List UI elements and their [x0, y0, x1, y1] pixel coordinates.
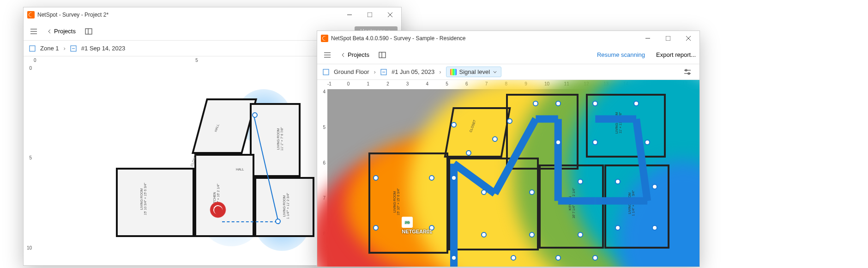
heatmap-view[interactable]: LIVING ROOM 15' 10" × 15' 6 3/4" LIVING … — [327, 89, 699, 267]
svg-rect-1 — [368, 12, 372, 17]
chevron-left-icon — [47, 29, 52, 34]
svg-rect-9 — [30, 46, 35, 51]
scan-point[interactable] — [275, 219, 281, 224]
projects-label: Projects — [54, 28, 76, 35]
svg-line-36 — [636, 119, 647, 201]
svg-rect-13 — [666, 36, 670, 41]
svg-line-31 — [495, 119, 536, 193]
projects-label: Projects — [348, 51, 369, 58]
close-button[interactable] — [678, 31, 699, 46]
scan-point[interactable] — [252, 112, 258, 118]
titlebar[interactable]: NetSpot - Survey - Project 2* — [24, 7, 401, 22]
snapshot-icon — [380, 69, 387, 75]
layout-button[interactable] — [82, 25, 95, 38]
room-label: HALL — [236, 168, 244, 171]
minimize-button[interactable] — [339, 7, 360, 22]
chevron-right-icon: › — [439, 68, 441, 75]
svg-rect-21 — [323, 69, 329, 75]
window-title: NetSpot - Survey - Project 2* — [37, 12, 108, 18]
titlebar[interactable]: NetSpot Beta 4.0.0.590 - Survey - Sample… — [317, 31, 699, 46]
crumb-floor[interactable]: Ground Floor — [334, 68, 369, 75]
resume-scanning-button[interactable]: Resume scanning — [597, 51, 645, 58]
menu-button[interactable] — [321, 49, 334, 61]
room-label: LIVING ROOM 15' 10 3/4" × 15' 6 3/4" — [140, 183, 147, 215]
app-icon — [27, 11, 35, 18]
visualization-label: Signal level — [459, 68, 490, 75]
layout-button[interactable] — [376, 49, 389, 61]
back-projects-button[interactable]: Projects — [44, 26, 78, 37]
adjustments-button[interactable] — [681, 66, 694, 79]
crumb-snapshot[interactable]: #1 Jun 05, 2023 — [392, 68, 434, 75]
svg-line-30 — [454, 164, 495, 193]
maximize-button[interactable] — [360, 7, 380, 22]
window-survey-residence: NetSpot Beta 4.0.0.590 - Survey - Sample… — [317, 30, 700, 267]
floor-icon — [323, 69, 329, 75]
scan-route — [327, 89, 699, 267]
crumb-snapshot[interactable]: #1 Sep 14, 2023 — [81, 45, 125, 52]
chevron-right-icon: › — [63, 45, 65, 52]
ssid-name: NETGEAR01 — [402, 229, 432, 234]
chevron-down-icon — [493, 70, 497, 74]
window-title: NetSpot Beta 4.0.0.590 - Survey - Sample… — [331, 35, 466, 42]
back-projects-button[interactable]: Projects — [338, 49, 372, 60]
zone-icon — [29, 45, 36, 52]
svg-rect-19 — [379, 52, 386, 58]
menu-button[interactable] — [27, 25, 40, 38]
ssid-marker[interactable]: 2G NETGEAR01 — [402, 217, 432, 234]
room-label: LIVING ROOM 1 1/4"' × 11' 2 3/4" — [283, 193, 289, 219]
ruler-vertical: 0 5 10 — [24, 66, 34, 265]
signal-icon — [450, 69, 457, 75]
canvas[interactable]: -10 12 34 56 78 910 1112 1314 1516 17 45… — [317, 80, 699, 267]
crumb-zone[interactable]: Zone 1 — [40, 45, 59, 52]
snapshot-icon — [70, 45, 77, 52]
breadcrumb: Ground Floor › #1 Jun 05, 2023 › Signal … — [317, 64, 699, 80]
chevron-left-icon — [340, 52, 346, 58]
app-icon — [321, 35, 328, 42]
maximize-button[interactable] — [658, 31, 678, 46]
wifi-icon: 2G — [402, 217, 413, 228]
export-report-button[interactable]: Export report... — [656, 51, 696, 58]
room-label: LIVING ROOM 11' 1" × 7' 6 7/8" — [277, 127, 283, 151]
floorplan: HALL HALL LIVING ROOM 11' 1" × 7' 6 7/8"… — [116, 98, 319, 242]
svg-rect-7 — [85, 29, 92, 34]
chevron-right-icon: › — [374, 68, 376, 75]
visualization-select[interactable]: Signal level — [446, 67, 502, 77]
close-button[interactable] — [380, 7, 400, 22]
minimize-button[interactable] — [638, 31, 658, 46]
toolbar: Projects Resume scanning Export report..… — [317, 46, 699, 64]
